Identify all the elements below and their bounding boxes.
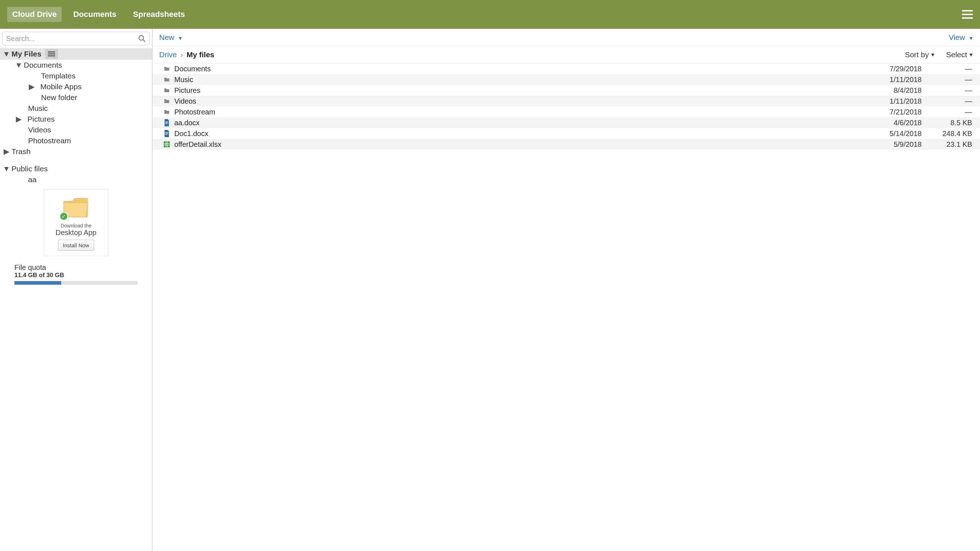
- svg-rect-8: [165, 122, 168, 122]
- tree-label: Public files: [11, 165, 48, 173]
- tree-label: Videos: [27, 125, 51, 134]
- tree-item-mobile-apps[interactable]: ▶ Mobile Apps: [0, 81, 152, 92]
- quota-fill: [14, 281, 61, 285]
- file-row[interactable]: Doc1.docx5/14/2018248.4 KB: [153, 128, 980, 139]
- tree-item-documents[interactable]: ▼ Documents: [0, 60, 152, 71]
- file-size: —: [923, 97, 974, 105]
- tab-cloud-drive[interactable]: Cloud Drive: [7, 7, 62, 22]
- toolbar: New ▼ View ▼: [153, 29, 980, 46]
- tree-label: Mobile Apps: [36, 83, 81, 91]
- toolbar-right: View ▼: [949, 33, 974, 42]
- file-row[interactable]: Documents7/29/2018—: [153, 64, 980, 74]
- file-date: 5/14/2018: [865, 130, 923, 138]
- tree-label: Photostream: [27, 137, 71, 145]
- caret-down-icon: ▼: [969, 52, 974, 57]
- tree-item-photostream[interactable]: Photostream: [0, 135, 152, 146]
- sort-by-label: Sort by: [905, 51, 929, 59]
- tree-label: New folder: [40, 93, 77, 102]
- list-header-right: Sort by ▼ Select ▼: [905, 51, 974, 59]
- new-button[interactable]: New ▼: [159, 33, 183, 42]
- hamburger-menu-button[interactable]: [962, 10, 973, 19]
- menu-icon: [48, 51, 55, 57]
- file-size: —: [923, 65, 974, 73]
- tree-item-templates[interactable]: Templates: [0, 71, 152, 81]
- tree-label: Trash: [11, 147, 30, 156]
- file-name: offerDetail.xlsx: [174, 140, 865, 149]
- select-button[interactable]: Select ▼: [946, 51, 974, 59]
- tree-root-trash[interactable]: ▶ Trash: [0, 146, 152, 157]
- file-date: 5/9/2018: [865, 140, 923, 149]
- search-icon[interactable]: [138, 35, 146, 43]
- search-box[interactable]: [2, 32, 150, 45]
- tree-item-aa[interactable]: aa: [0, 174, 152, 185]
- doc-icon: [159, 119, 174, 126]
- file-row[interactable]: offerDetail.xlsx5/9/201823.1 KB: [153, 139, 980, 150]
- view-button[interactable]: View ▼: [949, 33, 974, 42]
- breadcrumb: Drive › My files: [159, 51, 214, 59]
- file-size: —: [923, 86, 974, 95]
- caret-down-icon: ▼: [969, 35, 974, 41]
- tree-item-new-folder[interactable]: New folder: [0, 92, 152, 103]
- tree-root-my-files[interactable]: ▼ My Files: [0, 48, 152, 60]
- quota-label: File quota: [14, 264, 138, 272]
- tab-documents[interactable]: Documents: [68, 7, 121, 22]
- file-size: 248.4 KB: [923, 130, 974, 138]
- file-size: —: [923, 108, 974, 116]
- tree-label: My Files: [11, 50, 41, 58]
- sidebar: ▼ My Files ▼ Documents Templates ▶ Mobil…: [0, 29, 153, 551]
- tree-item-pictures[interactable]: ▶ Pictures: [0, 114, 152, 124]
- caret-down-icon: ▼: [2, 165, 11, 173]
- file-size: 8.5 KB: [923, 119, 974, 127]
- view-label: View: [949, 33, 965, 41]
- caret-right-icon: ▶: [2, 147, 11, 156]
- breadcrumb-current: My files: [186, 51, 214, 59]
- tree-root-public-files[interactable]: ▼ Public files: [0, 164, 152, 174]
- svg-rect-11: [165, 132, 168, 133]
- quota-value: 11.4 GB of 30 GB: [14, 272, 138, 279]
- search-input[interactable]: [6, 35, 138, 43]
- promo-image: ✓: [62, 195, 91, 220]
- tree-label: Music: [27, 104, 48, 113]
- sheet-icon: [159, 141, 174, 148]
- tab-spreadsheets[interactable]: Spreadsheets: [128, 7, 190, 22]
- folder-icon: [159, 98, 174, 104]
- tree-context-menu-button[interactable]: [45, 49, 58, 59]
- file-row[interactable]: Photostream7/21/2018—: [153, 106, 980, 118]
- file-row[interactable]: Videos1/11/2018—: [153, 96, 980, 106]
- file-name: aa.docx: [174, 119, 865, 127]
- list-header: Drive › My files Sort by ▼ Select ▼: [153, 46, 980, 64]
- tree-label: Documents: [23, 61, 62, 70]
- file-name: Doc1.docx: [174, 130, 865, 138]
- file-name: Photostream: [174, 108, 865, 116]
- file-row[interactable]: aa.docx4/6/20188.5 KB: [153, 118, 980, 128]
- install-now-button[interactable]: Install Now: [58, 240, 94, 251]
- svg-rect-6: [48, 54, 55, 55]
- file-list[interactable]: Documents7/29/2018—Music1/11/2018—Pictur…: [153, 64, 980, 551]
- svg-point-3: [139, 36, 144, 40]
- tree-label: Templates: [40, 71, 76, 80]
- topbar: Cloud Drive Documents Spreadsheets: [0, 0, 980, 29]
- file-size: 23.1 KB: [923, 140, 974, 149]
- caret-right-icon: ▶: [27, 83, 36, 91]
- file-date: 7/21/2018: [865, 108, 923, 116]
- topbar-tabs: Cloud Drive Documents Spreadsheets: [7, 7, 190, 22]
- tree-item-music[interactable]: Music: [0, 103, 152, 114]
- tree-item-videos[interactable]: Videos: [0, 124, 152, 135]
- sort-by-button[interactable]: Sort by ▼: [905, 51, 935, 59]
- toolbar-left: New ▼: [159, 33, 183, 42]
- breadcrumb-root[interactable]: Drive: [159, 51, 177, 59]
- file-name: Pictures: [174, 86, 865, 95]
- caret-down-icon: ▼: [930, 52, 935, 57]
- new-label: New: [159, 33, 174, 41]
- tree-scroll[interactable]: ▼ My Files ▼ Documents Templates ▶ Mobil…: [0, 48, 152, 551]
- svg-rect-14: [164, 142, 170, 147]
- desktop-app-promo: ✓ Download the Desktop App Install Now: [44, 189, 108, 256]
- content: New ▼ View ▼ Drive › My files Sort by: [153, 29, 980, 551]
- file-quota: File quota 11.4 GB of 30 GB: [0, 261, 152, 290]
- file-row[interactable]: Music1/11/2018—: [153, 74, 980, 85]
- svg-rect-0: [962, 10, 973, 11]
- file-row[interactable]: Pictures8/4/2018—: [153, 85, 980, 96]
- chevron-right-icon: ›: [180, 51, 183, 59]
- hamburger-icon: [962, 10, 973, 19]
- quota-bar: [14, 281, 138, 285]
